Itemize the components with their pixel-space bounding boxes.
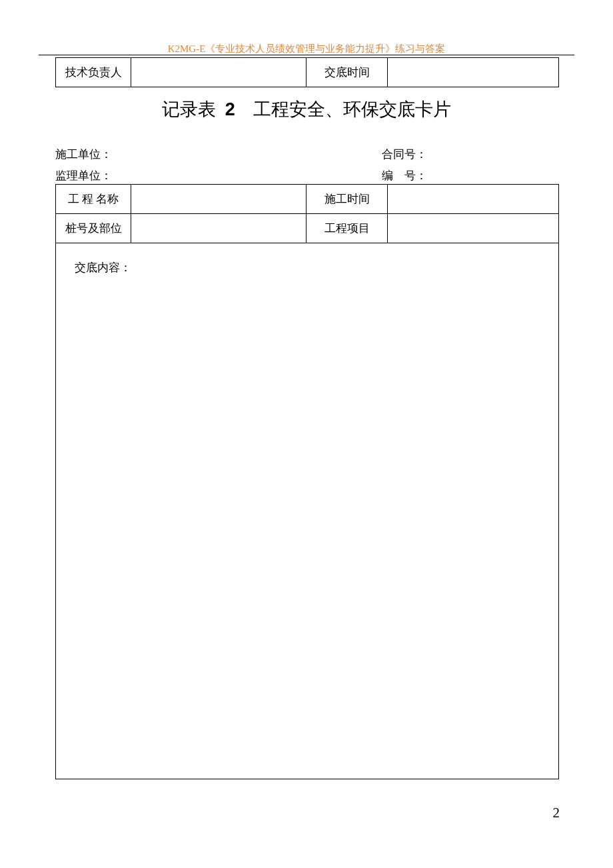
table-row: 桩号及部位 工程项目 bbox=[56, 214, 559, 243]
page-number: 2 bbox=[553, 805, 560, 821]
page-header-text: K2MG-E《专业技术人员绩效管理与业务能力提升》练习与答案 bbox=[0, 43, 613, 55]
document-title: 记录表 2 工程安全、环保交底卡片 bbox=[0, 97, 613, 121]
meta-block: 施工单位： 合同号： 监理单位： 编 号： bbox=[55, 144, 559, 187]
pile-location-label: 桩号及部位 bbox=[56, 214, 131, 243]
meta-row-1: 施工单位： 合同号： bbox=[55, 144, 559, 165]
title-number: 2 bbox=[225, 99, 235, 119]
top-cell-tech-lead-value bbox=[131, 58, 306, 87]
title-suffix: 工程安全、环保交底卡片 bbox=[253, 99, 451, 119]
construction-unit-label: 施工单位： bbox=[55, 144, 382, 165]
project-item-value bbox=[388, 214, 559, 243]
table-row: 工 程 名称 施工时间 bbox=[56, 185, 559, 214]
project-item-label: 工程项目 bbox=[306, 214, 388, 243]
project-name-label: 工 程 名称 bbox=[56, 185, 131, 214]
top-cell-disclosure-time-value bbox=[388, 58, 559, 87]
main-table: 工 程 名称 施工时间 桩号及部位 工程项目 交底内容： bbox=[55, 184, 559, 779]
contract-number-label: 合同号： bbox=[382, 144, 427, 165]
table-row: 交底内容： bbox=[56, 243, 559, 779]
pile-location-value bbox=[131, 214, 306, 243]
top-cell-tech-lead: 技术负责人 bbox=[56, 58, 131, 87]
project-name-value bbox=[131, 185, 306, 214]
header-rule bbox=[39, 55, 574, 55]
construction-time-value bbox=[388, 185, 559, 214]
top-cell-disclosure-time: 交底时间 bbox=[306, 58, 388, 87]
disclosure-content-label: 交底内容： bbox=[75, 261, 131, 274]
title-prefix: 记录表 bbox=[162, 99, 216, 119]
top-table: 技术负责人 交底时间 bbox=[55, 57, 559, 87]
disclosure-content-cell: 交底内容： bbox=[56, 243, 559, 779]
construction-time-label: 施工时间 bbox=[306, 185, 388, 214]
